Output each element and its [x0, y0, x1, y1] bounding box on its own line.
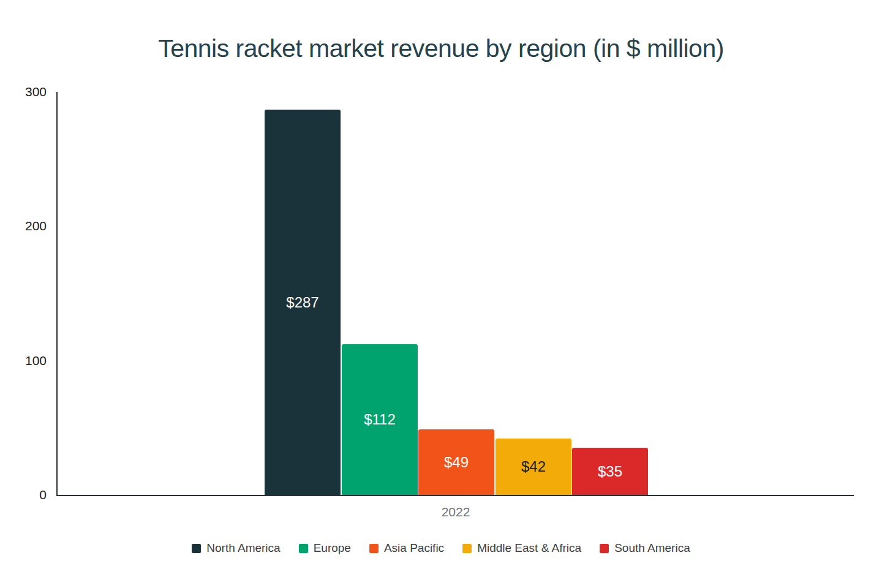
- legend-item-south-america[interactable]: South America: [600, 541, 690, 555]
- legend-item-europe[interactable]: Europe: [299, 541, 351, 555]
- y-axis-line: [56, 92, 58, 496]
- legend-item-north-america[interactable]: North America: [192, 541, 280, 555]
- bar-value-label-south-america: $35: [572, 463, 648, 480]
- legend-label-europe: Europe: [314, 541, 351, 555]
- legend-label-middle-east-and-africa: Middle East & Africa: [477, 541, 581, 555]
- legend-swatch-north-america: [192, 544, 201, 553]
- bar-value-label-north-america: $287: [265, 294, 341, 311]
- legend-label-north-america: North America: [206, 541, 280, 555]
- bar-south-america[interactable]: $35: [572, 448, 648, 495]
- legend: North AmericaEuropeAsia PacificMiddle Ea…: [0, 541, 882, 555]
- legend-swatch-south-america: [600, 544, 609, 553]
- bar-middle-east-and-africa[interactable]: $42: [496, 439, 571, 495]
- y-tick-300: 300: [0, 85, 47, 99]
- bar-asia-pacific[interactable]: $49: [418, 429, 494, 495]
- legend-item-middle-east-and-africa[interactable]: Middle East & Africa: [462, 541, 581, 555]
- bar-north-america[interactable]: $287: [265, 110, 341, 495]
- legend-label-south-america: South America: [614, 541, 690, 555]
- bar-value-label-middle-east-and-africa: $42: [496, 458, 571, 475]
- bar-value-label-europe: $112: [342, 411, 418, 428]
- x-axis-line: [56, 495, 854, 496]
- legend-swatch-asia-pacific: [369, 544, 379, 553]
- bar-europe[interactable]: $112: [342, 344, 418, 495]
- y-tick-200: 200: [0, 219, 47, 233]
- plot-area: 0100200300 $287$112$49$42$35 2022: [0, 0, 882, 588]
- legend-swatch-middle-east-and-africa: [462, 544, 472, 553]
- legend-swatch-europe: [299, 544, 308, 553]
- legend-label-asia-pacific: Asia Pacific: [384, 541, 444, 555]
- legend-item-asia-pacific[interactable]: Asia Pacific: [369, 541, 444, 555]
- bar-value-label-asia-pacific: $49: [418, 454, 494, 471]
- y-tick-100: 100: [0, 353, 47, 368]
- y-tick-0: 0: [0, 488, 47, 502]
- x-axis-tick-label: 2022: [265, 505, 647, 519]
